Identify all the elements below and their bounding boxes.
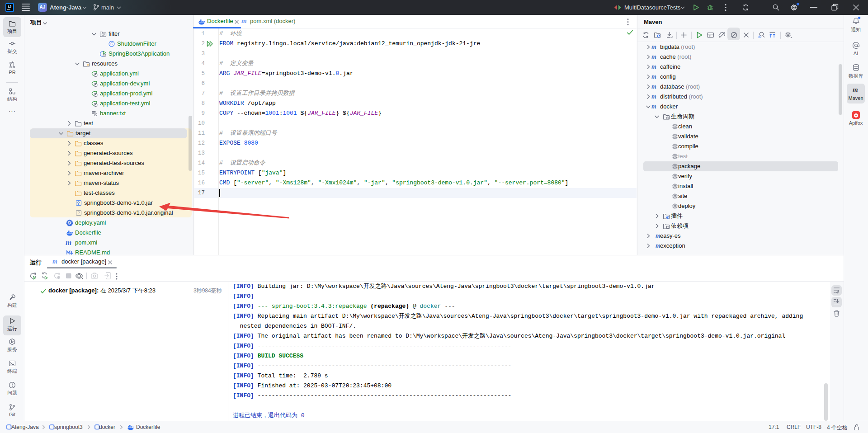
svg-text:?: ? — [77, 211, 80, 215]
svg-text:C: C — [110, 42, 113, 46]
